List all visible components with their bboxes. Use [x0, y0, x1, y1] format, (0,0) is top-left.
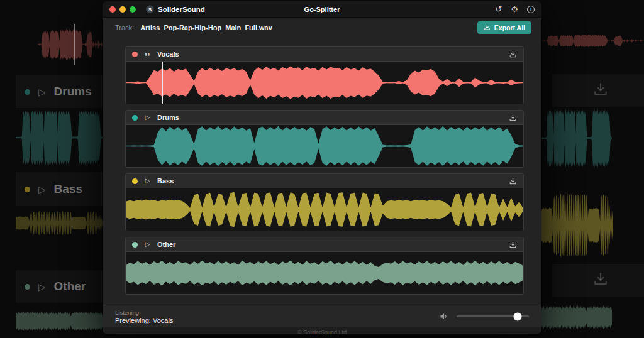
bg-vocals-waveform-right	[541, 33, 644, 49]
volume-control	[439, 312, 529, 321]
stem-color-dot	[132, 178, 138, 184]
waveform-other[interactable]	[126, 252, 523, 294]
volume-slider-knob[interactable]	[513, 312, 521, 320]
export-all-label: Export All	[494, 24, 525, 31]
bg-bass-waveform-right	[541, 187, 613, 264]
download-stem-icon[interactable]	[509, 50, 517, 58]
stem-color-dot	[132, 115, 138, 121]
stem-color-dot	[132, 52, 138, 57]
track-filename: ArtIss_Pop-Rap-Hip-Hop_Main_Full.wav	[140, 24, 272, 31]
bg-drums-waveform	[16, 108, 103, 167]
title-bar: S SoliderSound Go-Splitter ↺ ⚙ i	[103, 1, 541, 18]
stem-header-other: ▷ Other	[126, 237, 523, 252]
stem-card-bass: ▷ Bass	[125, 173, 524, 231]
stem-header-bass: ▷ Bass	[126, 174, 523, 188]
titlebar-actions: ↺ ⚙ i	[495, 5, 535, 13]
bg-bass-label: Bass	[54, 182, 82, 196]
app-window: S SoliderSound Go-Splitter ↺ ⚙ i Track: …	[103, 1, 541, 334]
play-button[interactable]: ▷	[143, 178, 152, 184]
volume-slider[interactable]	[457, 315, 529, 317]
pause-button[interactable]: ▮▮	[143, 52, 152, 56]
info-icon[interactable]: i	[527, 6, 535, 13]
status-text: Listening Previewing: Vocals	[115, 309, 173, 324]
download-icon	[484, 24, 491, 31]
status-line-1: Listening	[115, 309, 173, 316]
bg-bass-header: ▷ Bass	[16, 172, 103, 206]
bg-drums-label: Drums	[54, 85, 92, 99]
speaker-icon[interactable]	[439, 312, 448, 321]
brand: S SoliderSound	[145, 4, 205, 14]
bg-header-right-2	[552, 264, 644, 297]
playhead	[162, 62, 164, 104]
bg-drums-header: ▷ Drums	[16, 75, 103, 108]
play-button[interactable]: ▷	[143, 114, 152, 121]
bg-play-icon: ▷	[38, 87, 46, 97]
download-stem-icon[interactable]	[509, 114, 517, 122]
bg-drums-waveform-right	[541, 107, 612, 170]
track-label: Track:	[115, 24, 134, 31]
status-bar: Listening Previewing: Vocals	[103, 305, 541, 327]
stem-card-drums: ▷ Drums	[125, 110, 524, 168]
stem-header-vocals: ▮▮ Vocals	[126, 47, 523, 62]
stem-card-vocals: ▮▮ Vocals	[125, 46, 524, 104]
download-stem-icon[interactable]	[509, 177, 517, 185]
reset-icon[interactable]: ↺	[495, 5, 502, 13]
bg-play-icon: ▷	[38, 282, 46, 292]
bg-play-icon: ▷	[38, 185, 46, 194]
track-bar: Track: ArtIss_Pop-Rap-Hip-Hop_Main_Full.…	[103, 18, 541, 37]
play-button[interactable]: ▷	[143, 241, 152, 248]
window-footer: © SoliderSound Ltd	[103, 327, 541, 334]
waveform-drums[interactable]	[126, 125, 523, 167]
bg-other-waveform-right	[541, 297, 612, 338]
stem-card-other: ▷ Other	[125, 237, 524, 295]
bg-bass-waveform	[16, 209, 103, 237]
stem-name: Other	[157, 241, 175, 248]
stem-color-dot	[132, 242, 138, 248]
waveform-vocals[interactable]	[126, 62, 523, 104]
bg-download-icon	[592, 81, 609, 100]
desktop-background: ▷ Drums ▷ Bass ▷ Other	[0, 0, 644, 338]
settings-gear-icon[interactable]: ⚙	[511, 5, 518, 13]
waveform-bass[interactable]	[126, 188, 523, 231]
stems-list: ▮▮ Vocals ▷ Drums	[103, 37, 541, 300]
status-line-2: Previewing: Vocals	[115, 317, 173, 324]
soldersound-logo-icon: S	[145, 4, 155, 14]
stem-name: Drums	[157, 114, 179, 121]
svg-text:S: S	[148, 7, 152, 13]
stem-name: Bass	[157, 177, 174, 185]
bg-playhead	[74, 24, 75, 65]
bg-vocals-waveform	[38, 24, 107, 65]
stem-header-drums: ▷ Drums	[126, 111, 523, 125]
export-all-button[interactable]: Export All	[477, 21, 531, 34]
brand-name: SoliderSound	[158, 6, 205, 13]
bg-download-icon	[592, 271, 609, 290]
bg-header-right	[552, 74, 644, 107]
stem-name: Vocals	[157, 50, 179, 58]
bg-other-waveform	[16, 304, 103, 338]
bg-bass-dot	[25, 187, 30, 192]
bg-other-header: ▷ Other	[16, 270, 103, 303]
bg-drums-dot	[25, 89, 30, 95]
download-stem-icon[interactable]	[509, 241, 517, 249]
bg-other-dot	[25, 284, 30, 290]
bg-other-label: Other	[54, 280, 86, 293]
